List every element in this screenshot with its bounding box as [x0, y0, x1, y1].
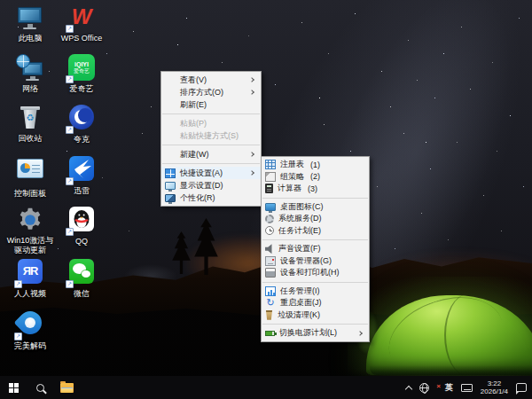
language-indicator[interactable]: 英 — [445, 382, 453, 394]
submenu-item-group-policy[interactable]: 组策略(2) — [262, 171, 369, 184]
network-globe-icon[interactable] — [419, 383, 429, 393]
this-pc-icon — [16, 4, 44, 32]
quick-settings-icon — [165, 168, 176, 178]
menu-item-label: 设备和打印机(H) — [280, 267, 340, 278]
wps-office-icon: W — [67, 4, 96, 32]
submenu-arrow-icon — [249, 170, 254, 176]
touch-keyboard-icon[interactable] — [461, 384, 473, 392]
submenu-item-switch-power-plan[interactable]: 切换电源计划(L) — [262, 327, 369, 340]
menu-item-hotkey: (2) — [310, 172, 320, 181]
menu-separator — [262, 324, 368, 325]
context-menu-item-quick-settings[interactable]: 快捷设置(A) — [161, 167, 261, 179]
icon-label: WPS Office — [56, 34, 107, 43]
taskbar-left — [0, 376, 80, 399]
menu-separator — [262, 239, 368, 240]
menu-item-label: 排序方式(O) — [180, 87, 223, 98]
taskbar: 英 3:222026/1/4 — [0, 376, 532, 399]
submenu-item-system-services[interactable]: 系统服务(D) — [262, 213, 369, 225]
context-menu-item-display-settings[interactable]: 显示设置(D) — [161, 179, 261, 192]
submenu-item-device-manager[interactable]: 设备管理器(G) — [262, 255, 369, 268]
icon-label: 此电脑 — [4, 34, 56, 43]
restart-arrow-icon — [265, 298, 276, 308]
context-menu-item-refresh[interactable]: 刷新(E) — [161, 98, 261, 111]
submenu-arrow-icon — [249, 90, 254, 95]
hidden-icons-chevron-icon[interactable] — [405, 385, 412, 392]
desktop-icon-control-panel[interactable]: 控制面板 — [4, 155, 56, 199]
folder-icon — [60, 383, 74, 393]
tray-date: 2026/1/4 — [481, 387, 508, 395]
desktop-icon-thunder[interactable]: 迅雷 — [56, 155, 107, 196]
submenu-item-registry[interactable]: 注册表(1) — [262, 159, 369, 171]
icon-label: 迅雷 — [56, 186, 107, 196]
menu-item-label: 粘贴快捷方式(S) — [180, 130, 239, 142]
shortcut-arrow-icon — [66, 126, 74, 134]
display-settings-icon — [165, 182, 176, 190]
group-policy-icon — [265, 172, 276, 182]
taskbar-clock[interactable]: 3:222026/1/4 — [481, 379, 508, 395]
submenu-item-restart-desktop[interactable]: 重启桌面(J) — [262, 297, 369, 309]
desktop-icon-this-pc[interactable]: 此电脑 — [4, 4, 56, 43]
desktop: 此电脑 W WPS Office 网络 iQIYI爱奇艺 爱奇艺 ♻ 回收站 夸… — [0, 0, 532, 399]
search-button[interactable] — [27, 376, 53, 399]
desktop-icon-qq[interactable]: QQ — [56, 206, 107, 246]
icon-label: Win10激活与驱动更新 — [4, 236, 56, 255]
stars — [0, 0, 1, 1]
desktop-icon-perfect-decoder[interactable]: 完美解码 — [4, 309, 56, 351]
desktop-icon-recycle-bin[interactable]: ♻ 回收站 — [4, 104, 56, 144]
thunder-icon — [67, 156, 96, 184]
menu-item-label: 声音设置(F) — [278, 243, 321, 254]
gear-icon — [16, 206, 44, 234]
desktop-icon-win10-update[interactable]: Win10激活与驱动更新 — [4, 206, 56, 255]
submenu-item-task-scheduler[interactable]: 任务计划(E) — [262, 225, 369, 238]
action-center-icon[interactable] — [516, 383, 527, 392]
speaker-icon — [265, 244, 274, 254]
menu-item-label: 个性化(R) — [180, 192, 215, 204]
start-button[interactable] — [0, 376, 27, 399]
personalize-icon — [165, 194, 176, 202]
menu-item-label: 任务管理(I) — [280, 286, 320, 297]
desktop-icon-quark[interactable]: 夸克 — [56, 104, 107, 145]
menu-item-label: 系统服务(D) — [278, 213, 322, 224]
submenu-item-sound-settings[interactable]: 声音设置(F) — [262, 243, 369, 255]
menu-separator — [162, 145, 260, 145]
submenu-item-junk-clean[interactable]: 垃圾清理(K) — [262, 309, 369, 322]
menu-separator — [162, 113, 260, 114]
shortcut-arrow-icon — [66, 280, 74, 288]
context-menu-item-personalize[interactable]: 个性化(R) — [161, 192, 261, 204]
file-explorer-button[interactable] — [53, 376, 80, 399]
icon-label: 微信 — [56, 289, 107, 299]
menu-item-label: 显示设置(D) — [180, 180, 223, 192]
context-menu-item-view[interactable]: 查看(V) — [161, 74, 261, 86]
menu-separator — [162, 163, 260, 164]
submenu-item-desktop-icons[interactable]: 桌面图标(C) — [262, 201, 369, 214]
shortcut-arrow-icon — [14, 332, 22, 340]
trash-icon — [265, 310, 273, 320]
context-menu-item-paste[interactable]: 粘贴(P) — [161, 117, 261, 129]
icon-label: 爱奇艺 — [56, 84, 107, 94]
recycle-bin-icon: ♻ — [16, 104, 44, 132]
desktop-icon-iqiyi[interactable]: iQIYI爱奇艺 爱奇艺 — [56, 54, 107, 94]
system-tray: 英 3:222026/1/4 — [406, 376, 532, 399]
submenu-item-calculator[interactable]: 计算器(3) — [262, 183, 369, 195]
submenu-item-task-manager[interactable]: 任务管理(I) — [262, 286, 369, 298]
menu-item-label: 粘贴(P) — [180, 118, 207, 129]
menu-separator — [262, 198, 368, 199]
shortcut-arrow-icon — [66, 75, 74, 83]
network-icon — [16, 54, 44, 82]
context-menu-item-sort-by[interactable]: 排序方式(O) — [161, 86, 261, 98]
menu-item-label: 切换电源计划(L) — [279, 327, 337, 339]
icon-label: 人人视频 — [4, 289, 56, 299]
icon-label: 回收站 — [4, 134, 56, 144]
desktop-icon-network[interactable]: 网络 — [4, 54, 56, 94]
qq-penguin-icon — [67, 207, 96, 235]
iqiyi-icon: iQIYI爱奇艺 — [67, 54, 96, 82]
menu-item-hotkey: (3) — [308, 184, 317, 193]
icon-label: 网络 — [4, 84, 56, 94]
submenu-item-devices-and-printers[interactable]: 设备和打印机(H) — [262, 267, 369, 279]
desktop-icon-rr-video[interactable]: ЯR 人人视频 — [4, 258, 56, 299]
desktop-icon-wechat[interactable]: 微信 — [56, 258, 107, 299]
context-menu-item-new[interactable]: 新建(W) — [161, 148, 261, 160]
menu-item-label: 任务计划(E) — [278, 225, 321, 237]
context-menu-item-paste-shortcut[interactable]: 粘贴快捷方式(S) — [161, 129, 261, 142]
desktop-icon-wps-office[interactable]: W WPS Office — [56, 4, 107, 43]
